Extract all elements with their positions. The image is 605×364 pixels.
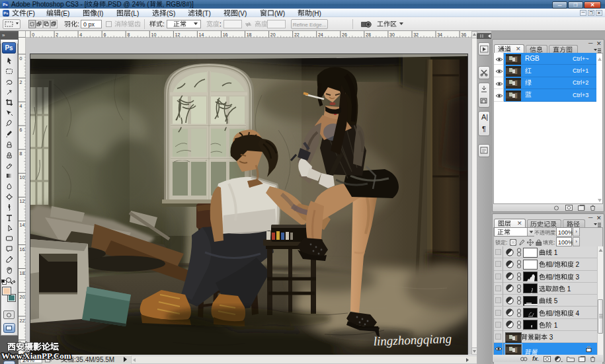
svg-text:14: 14 [20,223,25,227]
svg-text:34: 34 [437,32,442,37]
svg-text:6: 6 [103,32,106,37]
svg-text:22: 22 [20,318,25,323]
svg-text:8: 8 [20,151,22,156]
svg-text:36: 36 [461,32,466,37]
svg-text:32: 32 [413,32,419,37]
svg-text:18: 18 [247,32,252,37]
svg-text:10: 10 [20,175,25,180]
svg-text:24: 24 [318,32,323,37]
svg-text:6: 6 [20,127,22,132]
svg-text:lingzhongqiang: lingzhongqiang [373,332,452,348]
svg-text:2: 2 [20,80,22,85]
svg-text:26: 26 [342,32,347,37]
svg-text:0: 0 [32,32,34,37]
svg-text:18: 18 [20,271,25,275]
svg-text:4: 4 [20,104,22,108]
svg-text:14: 14 [199,32,204,37]
svg-text:20: 20 [20,295,25,299]
svg-text:12: 12 [20,199,25,203]
svg-text:Www.XianPP.Com: Www.XianPP.Com [1,351,71,361]
svg-text:2: 2 [56,32,58,37]
svg-text:20: 20 [270,32,276,37]
svg-text:16: 16 [223,32,228,37]
svg-text:10: 10 [151,32,157,37]
svg-text:22: 22 [294,32,300,37]
svg-text:8: 8 [127,32,130,37]
svg-text:0: 0 [20,56,22,61]
svg-text:28: 28 [366,32,371,37]
svg-text:12: 12 [175,32,181,37]
svg-text:4: 4 [79,32,82,37]
svg-text:16: 16 [20,247,25,252]
svg-text:30: 30 [389,32,395,37]
